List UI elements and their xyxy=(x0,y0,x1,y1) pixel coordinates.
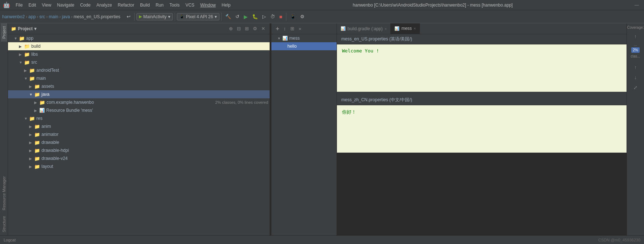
tree-item-java[interactable]: ▼ 📁 java xyxy=(8,90,270,98)
tree-item-com[interactable]: ▶ 📁 com.example.hanwenbo 2% classes, 0% … xyxy=(8,98,270,106)
close-panel-btn[interactable]: ✕ xyxy=(260,25,267,32)
breadcrumb-src[interactable]: src xyxy=(39,14,45,19)
resource-key-panel: + ↕ ⊞ » ▼ 📊 mess hello xyxy=(271,23,337,235)
menu-refactor[interactable]: Refactor xyxy=(115,1,137,9)
tree-item-main[interactable]: ▼ 📁 main xyxy=(8,74,270,82)
chevron-build: ▶ xyxy=(19,44,24,48)
menu-code[interactable]: Code xyxy=(77,1,93,9)
menu-run[interactable]: Run xyxy=(153,1,166,9)
settings-btn[interactable]: ⚙ xyxy=(251,25,259,32)
coverage-button[interactable]: ▷ xyxy=(261,13,268,20)
add-key-button[interactable]: + xyxy=(274,25,281,33)
tab-mess-label: mess xyxy=(401,26,412,31)
activity-icon: ▶ xyxy=(139,14,142,19)
menu-tools[interactable]: Tools xyxy=(167,1,182,9)
coverage-badge-com: 2% classes, 0% lines covered xyxy=(215,100,268,105)
tree-item-drawable-hdpi[interactable]: ▶ 📁 drawable-hdpi xyxy=(8,146,270,154)
menu-analyze[interactable]: Analyze xyxy=(94,1,115,9)
expand-btn[interactable]: ⤢ xyxy=(629,82,642,93)
debug-button[interactable]: 🐛 xyxy=(250,13,260,20)
menu-navigate[interactable]: Navigate xyxy=(55,1,77,9)
chevron-java: ▼ xyxy=(29,93,34,97)
coverage-title: Coverage: xyxy=(627,25,644,29)
tree-item-bundle[interactable]: ▶ 📊 Resource Bundle 'mess' xyxy=(8,106,270,114)
tree-item-app[interactable]: ▼ 📁 app xyxy=(8,34,270,42)
logcat-tab[interactable]: Logcat xyxy=(4,238,16,242)
tree-label-src: src xyxy=(31,60,268,65)
tree-label-build: build xyxy=(31,44,268,49)
tree-item-res[interactable]: ▼ 📁 res xyxy=(8,114,270,122)
sidebar-tab-structure[interactable]: Structure xyxy=(1,213,7,235)
tree-item-anim[interactable]: ▶ 📁 anim xyxy=(8,122,270,130)
breadcrumb-app[interactable]: app xyxy=(28,14,36,19)
coverage-scroll-up[interactable]: ↑ xyxy=(629,31,642,41)
make-project-button[interactable]: 🔨 xyxy=(223,13,233,20)
collapse-btn[interactable]: ⊞ xyxy=(243,25,250,32)
tree-item-hello[interactable]: hello xyxy=(271,42,337,50)
arrow-up-btn[interactable]: ↑ xyxy=(629,62,642,72)
sort-button[interactable]: ↕ xyxy=(282,25,287,32)
layout-key-button[interactable]: ⊞ xyxy=(289,25,296,32)
stop-button[interactable]: ■ xyxy=(278,13,284,21)
folder-icon-com: 📁 xyxy=(39,100,45,105)
layout-btn[interactable]: ⊟ xyxy=(235,25,242,32)
sdk-button[interactable]: ⚙ xyxy=(298,13,306,20)
back-forward-button[interactable]: ↩ xyxy=(125,13,132,20)
sync-button[interactable]: ↺ xyxy=(234,13,241,20)
tab-build-gradle-label: build.gradle (:app) xyxy=(347,26,383,31)
tree-label-animator: animator xyxy=(41,132,268,137)
tab-build-gradle-close[interactable]: × xyxy=(385,27,387,31)
breadcrumb-main[interactable]: main xyxy=(49,14,58,19)
sidebar-tab-project[interactable]: Project xyxy=(1,23,7,42)
chevron-layout: ▶ xyxy=(29,165,34,169)
coverage-panel: Coverage: ↑ ... 2% clas... ↑ ↓ ⤢ xyxy=(627,23,644,235)
arrow-down-btn[interactable]: ↓ xyxy=(629,72,642,82)
tab-mess-close[interactable]: × xyxy=(414,26,416,31)
breadcrumb-java[interactable]: java xyxy=(62,14,70,19)
profile-button[interactable]: ⏱ xyxy=(269,13,277,20)
gear-icon-btn[interactable]: ⊕ xyxy=(227,25,234,32)
run-button[interactable]: ▶ xyxy=(242,13,250,21)
zh-properties-body[interactable]: 你好！ xyxy=(337,105,627,153)
menu-build[interactable]: Build xyxy=(138,1,152,9)
breadcrumb-file[interactable]: mess_en_US.properties xyxy=(73,14,120,19)
folder-icon-drawable: 📁 xyxy=(34,140,40,145)
profile-icon: ⏱ xyxy=(270,14,275,19)
menu-edit[interactable]: Edit xyxy=(26,1,39,9)
tree-item-libs[interactable]: ▶ 📁 libs xyxy=(8,50,270,58)
tree-label-app: app xyxy=(26,36,268,41)
minimize-button[interactable]: — xyxy=(632,3,641,8)
tab-build-gradle[interactable]: 📊 build.gradle (:app) × xyxy=(337,23,391,34)
tree-label-assets: assets xyxy=(41,84,268,89)
project-panel-actions: ⊕ ⊟ ⊞ ⚙ ✕ xyxy=(227,25,267,32)
tree-item-layout[interactable]: ▶ 📁 layout xyxy=(8,162,270,170)
tree-item-drawable[interactable]: ▶ 📁 drawable xyxy=(8,138,270,146)
tree-item-mess-root[interactable]: ▼ 📊 mess xyxy=(271,34,337,42)
chevron-app: ▼ xyxy=(14,36,19,40)
tree-item-assets[interactable]: ▶ 📁 assets xyxy=(8,82,270,90)
coverage-icon: ▷ xyxy=(262,14,266,19)
toolbar-sep-3 xyxy=(221,13,222,21)
sidebar-tab-resource-manager[interactable]: Resource Manager xyxy=(1,173,7,213)
breadcrumb-hanwenbo2[interactable]: hanwenbo2 xyxy=(2,14,25,19)
project-panel-header: 📁 Project ▾ ⊕ ⊟ ⊞ ⚙ ✕ xyxy=(8,23,270,34)
tree-item-src[interactable]: ▼ 📁 src xyxy=(8,58,270,66)
device-dropdown[interactable]: 📱 Pixel 4 API 26 ▾ xyxy=(177,13,219,20)
en-properties-body[interactable]: Welcome You ! xyxy=(337,44,627,92)
menu-view[interactable]: View xyxy=(39,1,54,9)
menu-file[interactable]: File xyxy=(13,1,25,9)
avd-button[interactable]: 📱 xyxy=(288,13,298,20)
menu-window[interactable]: Window xyxy=(198,1,218,9)
project-dropdown-icon[interactable]: ▾ xyxy=(34,26,36,31)
bundle-icon-mess: 📊 xyxy=(282,36,288,41)
tree-item-build[interactable]: ▶ 📁 build xyxy=(8,42,270,50)
tree-item-animator[interactable]: ▶ 📁 animator xyxy=(8,130,270,138)
more-options-button[interactable]: » xyxy=(297,25,303,32)
tree-item-drawable-v24[interactable]: ▶ 📁 drawable-v24 xyxy=(8,154,270,162)
run-config-dropdown[interactable]: ▶ MainActivity ▾ xyxy=(136,13,173,20)
menu-help[interactable]: Help xyxy=(219,1,233,9)
menu-vcs[interactable]: VCS xyxy=(183,1,197,9)
bundle-icon: 📊 xyxy=(39,108,45,113)
tree-item-androidtest[interactable]: ▶ 📁 androidTest xyxy=(8,66,270,74)
tab-mess[interactable]: 📊 mess × xyxy=(391,23,420,34)
